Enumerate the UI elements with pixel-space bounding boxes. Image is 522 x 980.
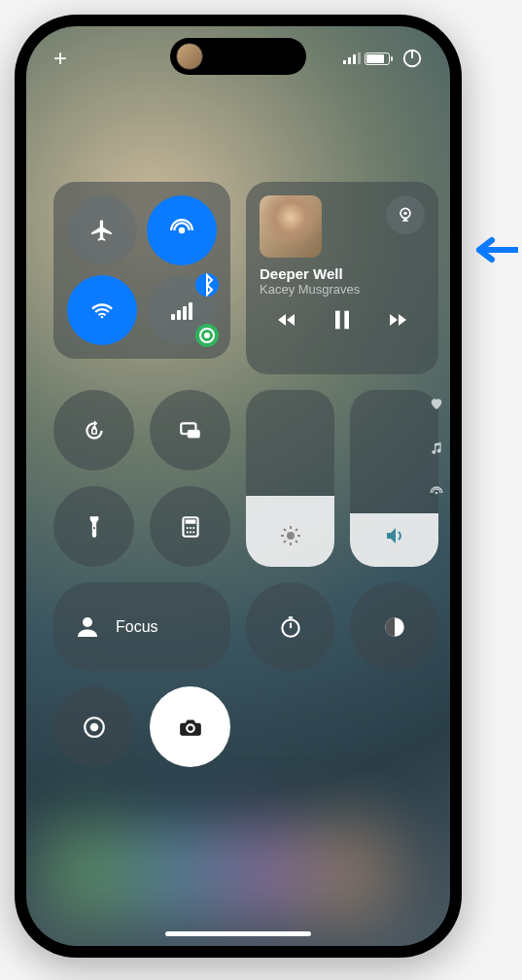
svg-point-11 [403, 212, 406, 215]
airplay-icon [396, 205, 415, 225]
page-indicators[interactable] [429, 396, 444, 501]
dark-mode-icon [382, 614, 407, 640]
screen-mirroring-button[interactable] [150, 390, 230, 471]
svg-point-6 [435, 492, 438, 495]
camera-button[interactable] [150, 686, 230, 767]
svg-point-32 [186, 531, 188, 533]
svg-rect-3 [358, 52, 361, 64]
control-center-screen: + [26, 26, 450, 946]
album-art [260, 195, 322, 258]
track-title: Deeper Well [260, 265, 425, 282]
connectivity-group[interactable] [53, 182, 230, 359]
svg-line-22 [284, 529, 286, 531]
cellular-toggle[interactable] [147, 275, 217, 345]
camera-icon [178, 715, 203, 740]
svg-point-29 [186, 527, 188, 529]
svg-point-33 [189, 531, 191, 533]
wifi-toggle[interactable] [67, 275, 137, 345]
focus-button[interactable]: Focus [53, 582, 230, 671]
airplane-icon [89, 218, 115, 243]
svg-rect-2 [353, 54, 356, 64]
svg-point-26 [92, 527, 94, 529]
heart-icon [429, 396, 444, 411]
track-artist: Kacey Musgraves [260, 282, 425, 297]
focus-icon [73, 612, 102, 642]
pause-icon [329, 306, 356, 333]
phone-frame: + [15, 15, 462, 958]
svg-rect-12 [335, 311, 340, 330]
previous-track-button[interactable] [275, 308, 298, 335]
airdrop-icon [169, 218, 194, 243]
svg-rect-13 [344, 311, 349, 330]
svg-point-36 [282, 619, 298, 636]
volume-slider[interactable] [350, 390, 438, 567]
now-playing-widget[interactable]: Deeper Well Kacey Musgraves [246, 182, 438, 374]
svg-point-34 [192, 531, 194, 533]
svg-point-35 [83, 617, 92, 627]
calculator-button[interactable] [150, 486, 230, 567]
music-note-icon [429, 440, 444, 456]
svg-point-31 [192, 527, 194, 529]
wifi-icon [89, 298, 115, 323]
orientation-lock-toggle[interactable] [53, 390, 134, 471]
svg-point-41 [89, 722, 98, 731]
svg-point-8 [204, 332, 210, 338]
home-indicator[interactable] [165, 931, 311, 936]
airplay-button[interactable] [386, 195, 425, 234]
screen-mirroring-icon [178, 418, 203, 443]
rewind-icon [275, 308, 298, 332]
airplane-mode-toggle[interactable] [67, 195, 137, 265]
add-control-button[interactable]: + [53, 45, 67, 72]
svg-line-25 [296, 529, 297, 531]
dynamic-island[interactable] [170, 38, 306, 75]
svg-point-30 [189, 527, 191, 529]
forward-icon [386, 308, 409, 332]
brightness-slider[interactable] [246, 390, 334, 567]
svg-rect-16 [187, 429, 199, 438]
play-pause-button[interactable] [329, 306, 356, 337]
callout-arrow [465, 235, 518, 268]
svg-rect-14 [91, 428, 95, 433]
battery-indicator [343, 52, 390, 65]
broadcast-icon [429, 485, 444, 501]
svg-rect-1 [348, 57, 351, 64]
now-playing-avatar [176, 43, 203, 70]
dark-mode-toggle[interactable] [350, 582, 438, 671]
calculator-icon [178, 514, 203, 540]
cellular-icon [171, 300, 192, 320]
focus-label: Focus [116, 618, 158, 636]
bluetooth-sub-icon [195, 273, 219, 297]
svg-point-17 [287, 532, 295, 540]
flashlight-icon [82, 514, 107, 540]
hotspot-sub-icon [195, 324, 219, 347]
power-button[interactable] [401, 48, 423, 69]
svg-point-7 [179, 228, 186, 234]
svg-line-24 [284, 541, 286, 542]
volume-icon [383, 524, 406, 547]
next-track-button[interactable] [386, 308, 409, 335]
signal-icon [343, 52, 361, 64]
rotation-lock-icon [82, 418, 107, 443]
svg-rect-28 [185, 519, 195, 523]
airdrop-toggle[interactable] [147, 195, 217, 265]
timer-button[interactable] [246, 582, 334, 671]
timer-icon [278, 614, 303, 640]
svg-rect-0 [343, 60, 346, 64]
flashlight-toggle[interactable] [53, 486, 134, 567]
svg-line-23 [296, 541, 297, 542]
record-icon [82, 715, 107, 740]
brightness-icon [279, 524, 302, 547]
screen-record-button[interactable] [53, 686, 134, 767]
